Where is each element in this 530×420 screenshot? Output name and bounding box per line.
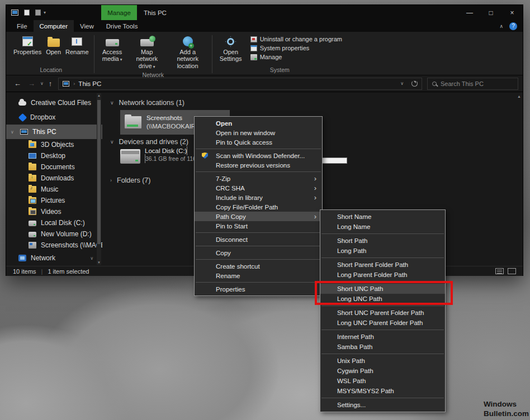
sidebar-item-dropbox[interactable]: Dropbox — [6, 110, 102, 125]
close-button[interactable]: × — [501, 5, 523, 20]
sidebar-item-3d-objects[interactable]: 3D Objects — [6, 139, 102, 150]
menu-item-copy-file-folder-path[interactable]: Copy File/Folder Path — [195, 202, 322, 212]
section-collapse-icon[interactable]: ∨ — [110, 139, 114, 145]
sidebar-item-screenshots-share[interactable]: Screenshots (\\MACBOOK — [6, 240, 102, 251]
sidebar-item-creative-cloud[interactable]: Creative Cloud Files — [6, 96, 102, 110]
menu-item-open[interactable]: Open — [195, 118, 322, 128]
tab-drive-tools[interactable]: Drive Tools — [100, 20, 144, 32]
main-scroll-up-icon[interactable]: ▲ — [517, 94, 521, 98]
expand-chevron-icon[interactable]: ∨ — [11, 130, 16, 135]
section-header-network-locations[interactable]: ∨ Network locations (1) — [110, 99, 184, 107]
submenu-item-short-unc-parent-folder-path[interactable]: Short UNC Parent Folder Path — [320, 308, 445, 318]
history-dropdown-icon[interactable]: ∨ — [40, 81, 44, 86]
section-expand-icon[interactable]: › — [110, 178, 112, 183]
menu-item-label: Long Path — [337, 247, 366, 254]
thumbnail-view-icon[interactable] — [508, 268, 516, 274]
menu-item-path-copy[interactable]: Path Copy› — [195, 212, 322, 221]
sidebar-item-desktop[interactable]: Desktop — [6, 150, 102, 161]
submenu-item-unix-path[interactable]: Unix Path — [320, 356, 445, 366]
menu-item-scan-defender[interactable]: Scan with Windows Defender... — [195, 151, 322, 160]
sidebar-item-new-volume-d[interactable]: New Volume (D:) — [6, 228, 102, 240]
quick-access-dropdown-icon[interactable]: ▾ — [44, 10, 46, 15]
forward-icon[interactable]: → — [28, 79, 35, 88]
menu-item-rename[interactable]: Rename — [195, 271, 322, 280]
menu-item-create-shortcut[interactable]: Create shortcut — [195, 261, 322, 271]
submenu-item-internet-path[interactable]: Internet Path — [320, 332, 445, 342]
quick-access-icon-2[interactable] — [35, 9, 41, 16]
manage-contextual-tab[interactable]: Manage — [101, 5, 137, 20]
minimize-button[interactable]: — — [459, 5, 480, 20]
submenu-item-cygwin-path[interactable]: Cygwin Path — [320, 366, 445, 376]
collapse-chevron-icon[interactable]: ∨ — [90, 256, 93, 261]
submenu-item-samba-path[interactable]: Samba Path — [320, 342, 445, 352]
menu-separator — [321, 306, 444, 306]
open-label: Open — [46, 49, 61, 55]
submenu-item-wsl-path[interactable]: WSL Path — [320, 376, 445, 386]
sidebar-item-local-disk-c[interactable]: Local Disk (C:) — [6, 217, 102, 228]
menu-item-7zip[interactable]: 7-Zip› — [195, 174, 322, 183]
sidebar-item-pictures[interactable]: Pictures — [6, 195, 102, 206]
submenu-item-short-path[interactable]: Short Path — [320, 236, 445, 246]
menu-item-pin-quick-access[interactable]: Pin to Quick access — [195, 137, 322, 147]
section-collapse-icon[interactable]: ∨ — [110, 100, 114, 106]
properties-button[interactable]: Properties — [11, 34, 44, 57]
menu-item-copy[interactable]: Copy — [195, 248, 322, 257]
back-icon[interactable]: ← — [14, 79, 21, 88]
menu-separator — [321, 233, 444, 234]
scroll-up-icon[interactable]: ▲ — [97, 94, 101, 97]
quick-access-icon-1[interactable] — [24, 9, 30, 16]
sidebar-item-music[interactable]: Music — [6, 184, 102, 195]
system-properties-button[interactable]: System properties — [248, 44, 344, 52]
menu-item-pin-to-start[interactable]: Pin to Start — [195, 221, 322, 231]
tab-file[interactable]: File — [11, 20, 34, 32]
details-view-icon[interactable] — [495, 268, 504, 274]
menu-item-crc-sha[interactable]: CRC SHA› — [195, 183, 322, 193]
scrollbar-thumb[interactable] — [97, 100, 101, 244]
submenu-item-msys-path[interactable]: MSYS/MSYS2 Path — [320, 386, 445, 396]
sidebar-item-this-pc[interactable]: ∨ This PC — [6, 125, 102, 139]
submenu-item-short-name[interactable]: Short Name — [320, 212, 445, 222]
open-settings-button[interactable]: Open Settings — [215, 34, 247, 64]
sidebar-item-downloads[interactable]: Downloads — [6, 173, 102, 184]
sidebar-item-documents[interactable]: Documents — [6, 161, 102, 173]
tab-view[interactable]: View — [74, 20, 100, 32]
section-header-label: Folders (7) — [117, 176, 150, 184]
submenu-arrow-icon: › — [314, 194, 316, 201]
submenu-item-short-parent-folder-path[interactable]: Short Parent Folder Path — [320, 260, 445, 270]
sidebar-item-network[interactable]: Network ∨ — [6, 251, 102, 265]
address-dropdown-icon[interactable]: ∨ — [400, 81, 404, 86]
rename-button[interactable]: Rename — [63, 34, 91, 57]
status-selected-count: 1 item selected — [48, 268, 89, 275]
add-network-location-button[interactable]: Add a network location — [167, 34, 209, 71]
scroll-down-icon[interactable]: ▼ — [97, 261, 101, 264]
sidebar-scrollbar[interactable]: ▲ ▼ — [97, 93, 101, 265]
menu-item-properties[interactable]: Properties — [195, 284, 322, 294]
section-header-devices[interactable]: ∨ Devices and drives (2) — [110, 138, 188, 146]
menu-item-open-new-window[interactable]: Open in new window — [195, 128, 322, 137]
section-header-folders[interactable]: › Folders (7) — [110, 176, 150, 184]
menu-item-restore-versions[interactable]: Restore previous versions — [195, 160, 322, 170]
sidebar-item-videos[interactable]: Videos — [6, 206, 102, 217]
submenu-item-long-unc-parent-folder-path[interactable]: Long UNC Parent Folder Path — [320, 318, 445, 328]
menu-item-include-in-library[interactable]: Include in library› — [195, 193, 322, 202]
refresh-icon[interactable] — [411, 80, 418, 87]
help-icon[interactable]: ? — [509, 22, 517, 30]
uninstall-program-button[interactable]: Uninstall or change a program — [248, 35, 344, 43]
search-input[interactable]: Search This PC — [427, 78, 518, 90]
submenu-item-long-path[interactable]: Long Path — [320, 246, 445, 256]
map-network-drive-button[interactable]: Map network drive▾ — [127, 34, 167, 71]
access-media-button[interactable]: Access media▾ — [97, 34, 127, 64]
tab-computer[interactable]: Computer — [34, 20, 74, 32]
maximize-button[interactable]: □ — [480, 5, 501, 20]
submenu-item-long-name[interactable]: Long Name — [320, 222, 445, 232]
submenu-item-long-parent-folder-path[interactable]: Long Parent Folder Path — [320, 270, 445, 280]
collapse-ribbon-icon[interactable]: ∧ — [499, 23, 503, 29]
menu-item-disconnect[interactable]: Disconnect — [195, 235, 322, 244]
up-icon[interactable]: ↑ — [49, 79, 53, 88]
open-button[interactable]: Open — [44, 34, 63, 57]
breadcrumb[interactable]: › This PC ∨ — [58, 78, 422, 90]
manage-label: Manage — [260, 54, 282, 60]
menu-item-label: Long UNC Parent Folder Path — [337, 319, 423, 326]
submenu-item-settings[interactable]: Settings... — [320, 400, 445, 410]
manage-button[interactable]: Manage — [248, 53, 344, 61]
